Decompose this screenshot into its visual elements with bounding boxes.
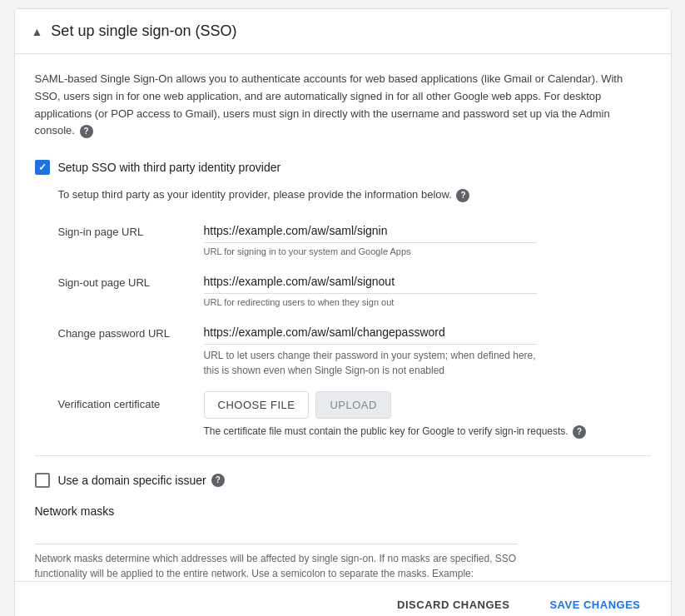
discard-changes-button[interactable]: DISCARD CHANGES bbox=[384, 592, 523, 616]
domain-issuer-checkbox[interactable] bbox=[35, 473, 50, 488]
signout-input[interactable] bbox=[204, 270, 537, 294]
domain-issuer-row: Use a domain specific issuer ? bbox=[35, 473, 651, 488]
sso-sub-description: To setup third party as your identity pr… bbox=[58, 188, 651, 202]
choose-file-button[interactable]: CHOOSE FILE bbox=[204, 391, 310, 419]
sso-checkbox[interactable]: ✓ bbox=[35, 160, 50, 175]
changepass-field: URL to let users change their password i… bbox=[204, 320, 651, 378]
card-footer: DISCARD CHANGES SAVE CHANGES bbox=[15, 581, 671, 616]
signout-hint: URL for redirecting users to when they s… bbox=[204, 297, 651, 307]
signin-input[interactable] bbox=[204, 219, 537, 243]
sso-description: SAML-based Single Sign-On allows you to … bbox=[35, 71, 651, 140]
network-masks-label: Network masks bbox=[35, 504, 651, 518]
file-upload-row: CHOOSE FILE UPLOAD bbox=[204, 391, 651, 419]
checkmark-icon: ✓ bbox=[38, 161, 47, 173]
cert-label: Verification certificate bbox=[58, 391, 204, 410]
signin-field: URL for signing in to your system and Go… bbox=[204, 219, 651, 256]
card-body: SAML-based Single Sign-On allows you to … bbox=[15, 54, 671, 616]
collapse-icon[interactable]: ▲ bbox=[32, 25, 43, 38]
domain-issuer-help-icon[interactable]: ? bbox=[211, 474, 225, 487]
upload-button[interactable]: UPLOAD bbox=[315, 391, 390, 419]
signout-row: Sign-out page URL URL for redirecting us… bbox=[58, 270, 651, 307]
signin-row: Sign-in page URL URL for signing in to y… bbox=[58, 219, 651, 256]
signout-field: URL for redirecting users to when they s… bbox=[204, 270, 651, 307]
divider bbox=[35, 455, 651, 456]
sso-checkbox-label: Setup SSO with third party identity prov… bbox=[58, 161, 281, 174]
signout-label: Sign-out page URL bbox=[58, 270, 204, 289]
changepass-label: Change password URL bbox=[58, 320, 204, 340]
sso-settings-card: ▲ Set up single sign-on (SSO) SAML-based… bbox=[14, 8, 672, 616]
sso-checkbox-row: ✓ Setup SSO with third party identity pr… bbox=[35, 160, 651, 175]
description-help-icon[interactable]: ? bbox=[80, 125, 93, 138]
network-masks-input[interactable] bbox=[35, 524, 518, 544]
signin-label: Sign-in page URL bbox=[58, 219, 204, 238]
sso-form-section: Sign-in page URL URL for signing in to y… bbox=[58, 219, 651, 439]
changepass-hint: URL to let users change their password i… bbox=[204, 348, 537, 378]
cert-help-icon[interactable]: ? bbox=[573, 425, 586, 439]
changepass-input[interactable] bbox=[204, 320, 537, 345]
domain-issuer-label: Use a domain specific issuer bbox=[58, 474, 206, 487]
cert-row: Verification certificate CHOOSE FILE UPL… bbox=[58, 391, 651, 439]
cert-field: CHOOSE FILE UPLOAD The certificate file … bbox=[204, 391, 651, 439]
save-changes-button[interactable]: SAVE CHANGES bbox=[536, 592, 653, 616]
signin-hint: URL for signing in to your system and Go… bbox=[204, 246, 651, 256]
changepass-row: Change password URL URL to let users cha… bbox=[58, 320, 651, 378]
page-title: Set up single sign-on (SSO) bbox=[51, 22, 236, 40]
card-header: ▲ Set up single sign-on (SSO) bbox=[15, 9, 671, 54]
cert-hint: The certificate file must contain the pu… bbox=[204, 425, 651, 439]
sub-description-help-icon[interactable]: ? bbox=[456, 189, 469, 202]
